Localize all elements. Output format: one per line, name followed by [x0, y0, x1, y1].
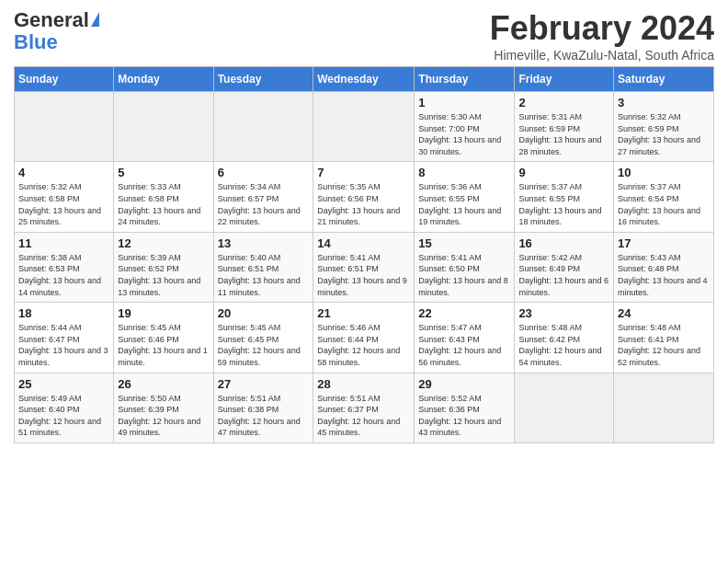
day-info: Sunrise: 5:48 AM Sunset: 6:41 PM Dayligh… [618, 322, 710, 368]
day-header-tuesday: Tuesday [213, 67, 313, 92]
logo: General Blue [14, 9, 99, 53]
day-number: 28 [317, 377, 410, 391]
week-row-5: 25Sunrise: 5:49 AM Sunset: 6:40 PM Dayli… [15, 373, 714, 442]
day-number: 18 [18, 306, 109, 320]
calendar-cell: 20Sunrise: 5:45 AM Sunset: 6:45 PM Dayli… [213, 303, 313, 373]
calendar-cell [114, 92, 213, 162]
week-row-3: 11Sunrise: 5:38 AM Sunset: 6:53 PM Dayli… [15, 232, 714, 302]
day-number: 17 [618, 236, 710, 250]
day-number: 9 [518, 166, 609, 179]
day-number: 29 [418, 377, 510, 391]
logo-blue-text: Blue [14, 31, 58, 53]
day-info: Sunrise: 5:40 AM Sunset: 6:51 PM Dayligh… [218, 252, 310, 298]
day-number: 25 [18, 377, 109, 391]
calendar-cell: 5Sunrise: 5:33 AM Sunset: 6:58 PM Daylig… [114, 162, 213, 232]
day-number: 12 [118, 236, 209, 250]
day-info: Sunrise: 5:31 AM Sunset: 6:59 PM Dayligh… [518, 111, 609, 157]
day-info: Sunrise: 5:46 AM Sunset: 6:44 PM Dayligh… [317, 322, 410, 368]
day-number: 19 [118, 306, 209, 320]
calendar-cell: 10Sunrise: 5:37 AM Sunset: 6:54 PM Dayli… [614, 162, 714, 232]
day-info: Sunrise: 5:44 AM Sunset: 6:47 PM Dayligh… [18, 322, 109, 368]
days-header-row: SundayMondayTuesdayWednesdayThursdayFrid… [15, 67, 714, 92]
day-number: 5 [118, 166, 209, 179]
calendar-cell: 22Sunrise: 5:47 AM Sunset: 6:43 PM Dayli… [415, 303, 515, 373]
day-number: 2 [518, 96, 609, 109]
week-row-1: 1Sunrise: 5:30 AM Sunset: 7:00 PM Daylig… [15, 92, 714, 162]
logo-triangle-icon [91, 12, 99, 27]
day-info: Sunrise: 5:48 AM Sunset: 6:42 PM Dayligh… [518, 322, 609, 368]
calendar-cell: 12Sunrise: 5:39 AM Sunset: 6:52 PM Dayli… [114, 232, 213, 302]
day-info: Sunrise: 5:47 AM Sunset: 6:43 PM Dayligh… [418, 322, 510, 368]
calendar-cell: 21Sunrise: 5:46 AM Sunset: 6:44 PM Dayli… [313, 303, 415, 373]
calendar-cell: 27Sunrise: 5:51 AM Sunset: 6:38 PM Dayli… [213, 373, 313, 442]
day-info: Sunrise: 5:50 AM Sunset: 6:39 PM Dayligh… [118, 393, 209, 439]
calendar-cell: 14Sunrise: 5:41 AM Sunset: 6:51 PM Dayli… [313, 232, 415, 302]
calendar-cell: 29Sunrise: 5:52 AM Sunset: 6:36 PM Dayli… [415, 373, 515, 442]
day-number: 20 [218, 306, 310, 320]
day-info: Sunrise: 5:41 AM Sunset: 6:50 PM Dayligh… [418, 252, 510, 298]
location: Himeville, KwaZulu-Natal, South Africa [490, 48, 714, 63]
day-number: 10 [618, 166, 710, 179]
day-number: 3 [618, 96, 710, 109]
calendar-cell: 28Sunrise: 5:51 AM Sunset: 6:37 PM Dayli… [313, 373, 415, 442]
day-info: Sunrise: 5:37 AM Sunset: 6:54 PM Dayligh… [618, 181, 710, 227]
calendar-cell: 23Sunrise: 5:48 AM Sunset: 6:42 PM Dayli… [515, 303, 614, 373]
day-header-thursday: Thursday [415, 67, 515, 92]
calendar-cell: 17Sunrise: 5:43 AM Sunset: 6:48 PM Dayli… [614, 232, 714, 302]
calendar-cell: 7Sunrise: 5:35 AM Sunset: 6:56 PM Daylig… [313, 162, 415, 232]
day-info: Sunrise: 5:43 AM Sunset: 6:48 PM Dayligh… [618, 252, 710, 298]
day-number: 15 [418, 236, 510, 250]
calendar-cell [213, 92, 313, 162]
day-header-sunday: Sunday [15, 67, 114, 92]
day-header-saturday: Saturday [614, 67, 714, 92]
day-info: Sunrise: 5:33 AM Sunset: 6:58 PM Dayligh… [118, 181, 209, 227]
calendar-cell [614, 373, 714, 442]
day-number: 27 [218, 377, 310, 391]
calendar-cell: 26Sunrise: 5:50 AM Sunset: 6:39 PM Dayli… [114, 373, 213, 442]
day-header-friday: Friday [515, 67, 614, 92]
day-number: 7 [317, 166, 410, 179]
calendar-cell: 15Sunrise: 5:41 AM Sunset: 6:50 PM Dayli… [415, 232, 515, 302]
calendar-cell: 19Sunrise: 5:45 AM Sunset: 6:46 PM Dayli… [114, 303, 213, 373]
day-number: 23 [518, 306, 609, 320]
calendar-cell: 16Sunrise: 5:42 AM Sunset: 6:49 PM Dayli… [515, 232, 614, 302]
day-number: 13 [218, 236, 310, 250]
day-info: Sunrise: 5:32 AM Sunset: 6:58 PM Dayligh… [18, 181, 109, 227]
title-block: February 2024 Himeville, KwaZulu-Natal, … [490, 9, 714, 63]
calendar-cell: 4Sunrise: 5:32 AM Sunset: 6:58 PM Daylig… [15, 162, 114, 232]
calendar-cell: 9Sunrise: 5:37 AM Sunset: 6:55 PM Daylig… [515, 162, 614, 232]
calendar-cell: 2Sunrise: 5:31 AM Sunset: 6:59 PM Daylig… [515, 92, 614, 162]
day-info: Sunrise: 5:45 AM Sunset: 6:46 PM Dayligh… [118, 322, 209, 368]
day-info: Sunrise: 5:42 AM Sunset: 6:49 PM Dayligh… [518, 252, 609, 298]
calendar-cell [313, 92, 415, 162]
day-number: 24 [618, 306, 710, 320]
week-row-2: 4Sunrise: 5:32 AM Sunset: 6:58 PM Daylig… [15, 162, 714, 232]
calendar-cell: 11Sunrise: 5:38 AM Sunset: 6:53 PM Dayli… [15, 232, 114, 302]
day-number: 22 [418, 306, 510, 320]
day-info: Sunrise: 5:49 AM Sunset: 6:40 PM Dayligh… [18, 393, 109, 439]
day-number: 21 [317, 306, 410, 320]
day-info: Sunrise: 5:51 AM Sunset: 6:37 PM Dayligh… [317, 393, 410, 439]
day-number: 26 [118, 377, 209, 391]
day-number: 6 [218, 166, 310, 179]
day-number: 14 [317, 236, 410, 250]
day-number: 4 [18, 166, 109, 179]
calendar-cell: 8Sunrise: 5:36 AM Sunset: 6:55 PM Daylig… [415, 162, 515, 232]
page-container: General Blue February 2024 Himeville, Kw… [0, 0, 728, 453]
calendar-cell: 1Sunrise: 5:30 AM Sunset: 7:00 PM Daylig… [415, 92, 515, 162]
calendar-cell: 3Sunrise: 5:32 AM Sunset: 6:59 PM Daylig… [614, 92, 714, 162]
calendar-cell: 25Sunrise: 5:49 AM Sunset: 6:40 PM Dayli… [15, 373, 114, 442]
week-row-4: 18Sunrise: 5:44 AM Sunset: 6:47 PM Dayli… [15, 303, 714, 373]
month-title: February 2024 [490, 9, 714, 48]
day-info: Sunrise: 5:38 AM Sunset: 6:53 PM Dayligh… [18, 252, 109, 298]
calendar-cell: 18Sunrise: 5:44 AM Sunset: 6:47 PM Dayli… [15, 303, 114, 373]
calendar-cell [515, 373, 614, 442]
day-number: 1 [418, 96, 510, 109]
day-info: Sunrise: 5:37 AM Sunset: 6:55 PM Dayligh… [518, 181, 609, 227]
day-info: Sunrise: 5:51 AM Sunset: 6:38 PM Dayligh… [218, 393, 310, 439]
day-header-monday: Monday [114, 67, 213, 92]
calendar-cell: 6Sunrise: 5:34 AM Sunset: 6:57 PM Daylig… [213, 162, 313, 232]
calendar-cell: 24Sunrise: 5:48 AM Sunset: 6:41 PM Dayli… [614, 303, 714, 373]
day-info: Sunrise: 5:34 AM Sunset: 6:57 PM Dayligh… [218, 181, 310, 227]
day-info: Sunrise: 5:45 AM Sunset: 6:45 PM Dayligh… [218, 322, 310, 368]
